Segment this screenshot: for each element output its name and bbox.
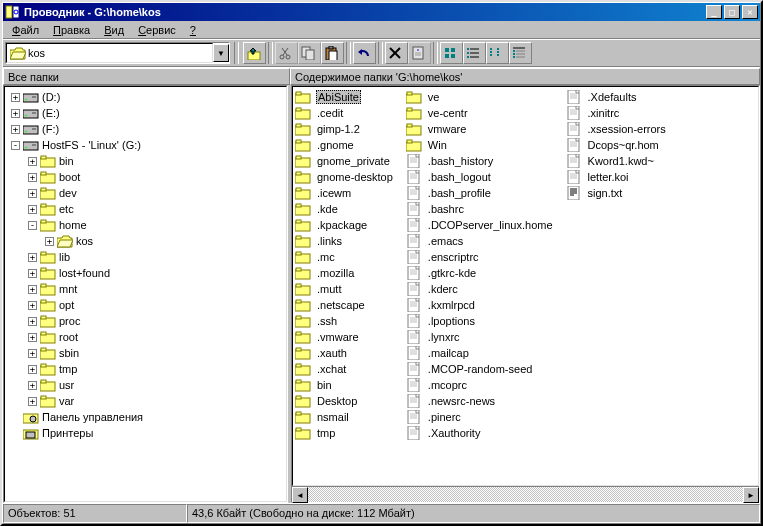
undo-button[interactable] [353,42,376,64]
menu-Файл[interactable]: Файл [5,22,46,38]
expand-toggle[interactable]: + [28,269,37,278]
tree-node[interactable]: Панель управления [7,409,284,425]
list-item[interactable]: vmware [406,121,562,137]
list-item[interactable]: .pinerc [406,409,562,425]
list-item[interactable]: Desktop [295,393,402,409]
tree-node[interactable]: +lost+found [7,265,284,281]
cut-button[interactable] [275,42,298,64]
tree-node[interactable]: -home [7,217,284,233]
list-item[interactable]: bin [295,377,402,393]
expand-toggle[interactable]: + [28,333,37,342]
list-item[interactable]: .xinitrc [566,105,675,121]
list-item[interactable]: gnome_private [295,153,402,169]
tree-node[interactable]: +etc [7,201,284,217]
list-item[interactable]: .gnome [295,137,402,153]
list-item[interactable]: ve [406,89,562,105]
large-icons-button[interactable] [440,42,463,64]
list-item[interactable]: .mailcap [406,345,562,361]
tree-node[interactable]: +dev [7,185,284,201]
tree-node[interactable]: +sbin [7,345,284,361]
expand-toggle[interactable]: + [28,381,37,390]
minimize-button[interactable]: _ [706,5,722,19]
list-item[interactable]: .MCOP-random-seed [406,361,562,377]
scroll-right-button[interactable]: ► [743,487,759,503]
list-item[interactable]: .Xdefaults [566,89,675,105]
expand-toggle[interactable]: - [11,141,20,150]
expand-toggle[interactable]: + [11,125,20,134]
expand-toggle[interactable]: + [28,285,37,294]
tree-node[interactable]: +(F:) [7,121,284,137]
list-button[interactable] [486,42,509,64]
close-button[interactable]: ✕ [742,5,758,19]
list-item[interactable]: .netscape [295,297,402,313]
list-item[interactable]: .vmware [295,329,402,345]
list-item[interactable]: .xsession-errors [566,121,675,137]
expand-toggle[interactable]: - [28,221,37,230]
list-item[interactable]: .mc [295,249,402,265]
list-item[interactable]: .bash_logout [406,169,562,185]
expand-toggle[interactable]: + [28,365,37,374]
tree-node[interactable]: -HostFS - 'Linux' (G:) [7,137,284,153]
tree-node[interactable]: +bin [7,153,284,169]
list-item[interactable]: .newsrc-news [406,393,562,409]
list-item[interactable]: gimp-1.2 [295,121,402,137]
up-button[interactable] [243,42,266,64]
list-item[interactable]: .links [295,233,402,249]
paste-button[interactable] [321,42,344,64]
tree-node[interactable]: +tmp [7,361,284,377]
delete-button[interactable] [385,42,408,64]
list-item[interactable]: AbiSuite [295,89,402,105]
list-item[interactable]: letter.koi [566,169,675,185]
expand-toggle[interactable]: + [28,397,37,406]
menu-Вид[interactable]: Вид [97,22,131,38]
expand-toggle[interactable]: + [28,157,37,166]
tree-node[interactable]: +mnt [7,281,284,297]
expand-toggle[interactable]: + [11,93,20,102]
list-item[interactable]: .kderc [406,281,562,297]
list-item[interactable]: Win [406,137,562,153]
list-item[interactable]: .kpackage [295,217,402,233]
list-item[interactable]: .xauth [295,345,402,361]
list-item[interactable]: .mcoprc [406,377,562,393]
tree-node[interactable]: +opt [7,297,284,313]
list-item[interactable]: tmp [295,425,402,441]
list-item[interactable]: .emacs [406,233,562,249]
list-item[interactable]: .lynxrc [406,329,562,345]
scroll-left-button[interactable]: ◄ [292,487,308,503]
tree-node[interactable]: +kos [7,233,284,249]
list-item[interactable]: .gtkrc-kde [406,265,562,281]
expand-toggle[interactable]: + [28,189,37,198]
list-item[interactable]: .Xauthority [406,425,562,441]
expand-toggle[interactable]: + [28,317,37,326]
expand-toggle[interactable]: + [28,349,37,358]
list-item[interactable]: ve-centr [406,105,562,121]
list-item[interactable]: .mutt [295,281,402,297]
tree-node[interactable]: +(D:) [7,89,284,105]
list-item[interactable]: Kword1.kwd~ [566,153,675,169]
tree-node[interactable]: +proc [7,313,284,329]
menu-Сервис[interactable]: Сервис [131,22,183,38]
copy-button[interactable] [298,42,321,64]
tree-node[interactable]: +root [7,329,284,345]
address-dropdown-button[interactable]: ▼ [213,44,229,62]
address-combo[interactable]: kos ▼ [5,42,230,64]
expand-toggle[interactable]: + [45,237,54,246]
list-item[interactable]: .mozilla [295,265,402,281]
list-item[interactable]: nsmail [295,409,402,425]
list-item[interactable]: .bash_history [406,153,562,169]
expand-toggle[interactable]: + [11,109,20,118]
list-item[interactable]: sign.txt [566,185,675,201]
tree-node[interactable]: +usr [7,377,284,393]
list-item[interactable]: .kxmlrpcd [406,297,562,313]
tree-node[interactable]: +(E:) [7,105,284,121]
list-item[interactable]: .ssh [295,313,402,329]
list-item[interactable]: .icewm [295,185,402,201]
list-item[interactable]: .bash_profile [406,185,562,201]
tree-node[interactable]: +boot [7,169,284,185]
titlebar[interactable]: Проводник - G:\home\kos _ □ ✕ [3,3,760,21]
list-item[interactable]: .lpoptions [406,313,562,329]
list-item[interactable]: .enscriptrc [406,249,562,265]
details-button[interactable] [509,42,532,64]
menu-?[interactable]: ? [183,22,203,38]
list-item[interactable]: gnome-desktop [295,169,402,185]
